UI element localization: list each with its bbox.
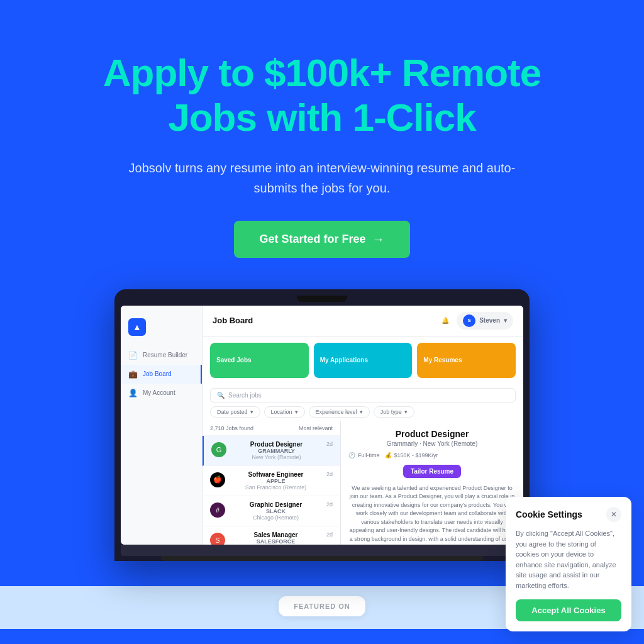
laptop-screen: ▲ 📄 Resume Builder 💼 Job Board 👤 My — [121, 306, 523, 545]
cookie-close-button[interactable]: ✕ — [606, 507, 621, 522]
sidebar-item-job-board[interactable]: 💼 Job Board — [121, 365, 202, 384]
filter-date[interactable]: Date posted ▾ — [210, 406, 260, 418]
jobs-count: 2,718 Jobs found — [210, 425, 253, 431]
app-main: Job Board 🔔 S Steven ▾ — [203, 306, 523, 545]
cta-arrow-icon: → — [372, 232, 385, 247]
search-placeholder: Search jobs — [228, 392, 262, 399]
laptop-body: ▲ 📄 Resume Builder 💼 Job Board 👤 My — [114, 289, 530, 561]
user-name: Steven — [479, 317, 500, 324]
job-info-3: Sales Manager SALESFORCE Austin (Remote) — [230, 531, 321, 545]
filter-date-label: Date posted — [217, 409, 248, 415]
jobs-list: 2,718 Jobs found Most relevant G Product… — [203, 421, 341, 545]
detail-tags: 🕐 Full-time 💰 $150K - $199K/yr — [348, 452, 516, 458]
filter-experience[interactable]: Experience level ▾ — [309, 406, 370, 418]
featured-label: FEATURED ON — [294, 602, 350, 610]
detail-tag-fulltime: Full-time — [358, 452, 380, 458]
saved-jobs-label: Saved Jobs — [216, 357, 252, 364]
fulltime-icon: 🕐 — [348, 452, 355, 458]
cta-button[interactable]: Get Started for Free → — [234, 221, 409, 258]
job-icon-grammarly: G — [211, 442, 226, 457]
filter-jobtype-label: Job type — [380, 409, 402, 415]
filter-jobtype[interactable]: Job type ▾ — [374, 406, 414, 418]
accept-cookies-button[interactable]: Accept All Cookies — [516, 599, 621, 621]
close-icon: ✕ — [611, 510, 617, 519]
job-row-0[interactable]: G Product Designer GRAMMARLY New York (R… — [203, 436, 340, 466]
detail-title: Product Designer — [348, 429, 516, 439]
cookie-banner: Cookie Settings ✕ By clicking "Accept Al… — [506, 497, 631, 631]
my-applications-card[interactable]: My Applications — [314, 343, 413, 378]
job-location-0: New York (Remote) — [231, 454, 321, 460]
resume-icon: 📄 — [128, 351, 138, 360]
filter-chevron-icon: ▾ — [250, 409, 253, 415]
filter-experience-label: Experience level — [316, 409, 357, 415]
laptop-base — [121, 545, 523, 556]
job-row-1[interactable]: 🍎 Software Engineer APPLE San Francisco … — [203, 466, 340, 496]
job-row-3[interactable]: S Sales Manager SALESFORCE Austin (Remot… — [203, 526, 340, 545]
bell-icon: 🔔 — [441, 317, 449, 324]
job-detail-panel: Product Designer Grammarly · New York (R… — [341, 421, 523, 545]
detail-tag-salary-value: $150K - $199K/yr — [394, 452, 438, 458]
job-company-1: APPLE — [230, 478, 321, 484]
filter-jobtype-chevron: ▾ — [404, 409, 408, 415]
job-info-2: Graphic Designer SLACK Chicago (Remote) — [230, 501, 321, 521]
sidebar-label-jobboard: Job Board — [143, 370, 172, 377]
laptop-notch — [297, 296, 347, 302]
job-title-3: Sales Manager — [230, 531, 321, 538]
job-age-0: 2d — [326, 441, 333, 447]
filter-location[interactable]: Location ▾ — [264, 406, 305, 418]
hero-subtitle: Jobsolv turns any resume into an intervi… — [121, 158, 523, 198]
chevron-down-icon: ▾ — [504, 317, 507, 324]
salary-icon: 💰 — [385, 452, 392, 458]
detail-tag-salary: 💰 $150K - $199K/yr — [385, 452, 438, 458]
sidebar-logo: ▲ — [121, 318, 202, 346]
job-age-1: 2d — [326, 471, 333, 477]
jobboard-icon: 💼 — [128, 370, 138, 379]
avatar: S — [463, 314, 475, 327]
job-location-2: Chicago (Remote) — [230, 514, 321, 521]
filter-experience-chevron: ▾ — [360, 409, 363, 415]
user-badge: S Steven ▾ — [457, 312, 513, 330]
job-icon-sales: S — [210, 533, 225, 545]
my-applications-label: My Applications — [320, 357, 368, 364]
laptop-foot — [161, 556, 483, 561]
job-title-0: Product Designer — [231, 441, 321, 448]
job-info-1: Software Engineer APPLE San Francisco (R… — [230, 471, 321, 491]
app-sidebar: ▲ 📄 Resume Builder 💼 Job Board 👤 My — [121, 306, 203, 545]
filters-row: Date posted ▾ Location ▾ Experience leve… — [203, 406, 523, 421]
job-company-3: SALESFORCE — [230, 538, 321, 545]
sidebar-label-account: My Account — [143, 389, 175, 396]
saved-jobs-card[interactable]: Saved Jobs — [210, 343, 309, 378]
my-resumes-card[interactable]: My Resumes — [417, 343, 516, 378]
cookie-text: By clicking "Accept All Cookies", you ag… — [516, 528, 621, 591]
job-location-1: San Francisco (Remote) — [230, 484, 321, 491]
job-info-0: Product Designer GRAMMARLY New York (Rem… — [231, 441, 321, 460]
detail-meta: Grammarly · New York (Remote) — [348, 440, 516, 447]
job-icon-apple: 🍎 — [210, 472, 225, 487]
job-title-1: Software Engineer — [230, 471, 321, 478]
detail-description: We are seeking a talented and experience… — [348, 484, 516, 545]
sort-label: Most relevant — [299, 425, 333, 431]
tailor-resume-button[interactable]: Tailor Resume — [403, 465, 461, 478]
cta-label: Get Started for Free — [259, 233, 365, 246]
jobs-list-header: 2,718 Jobs found Most relevant — [203, 421, 340, 436]
header-right: 🔔 S Steven ▾ — [441, 312, 513, 330]
hero-title: Apply to $100k+ Remote Jobs with 1-Click — [63, 50, 581, 140]
account-icon: 👤 — [128, 389, 138, 397]
detail-tag-type: 🕐 Full-time — [348, 452, 380, 458]
cookie-title: Cookie Settings — [516, 509, 582, 519]
filter-location-chevron: ▾ — [295, 409, 298, 415]
jobs-area: 2,718 Jobs found Most relevant G Product… — [203, 421, 523, 545]
tailor-btn-label: Tailor Resume — [411, 468, 453, 475]
job-row-2[interactable]: # Graphic Designer SLACK Chicago (Remote… — [203, 496, 340, 526]
logo-icon: ▲ — [128, 318, 146, 336]
search-icon: 🔍 — [217, 392, 225, 399]
sidebar-label-resume: Resume Builder — [143, 352, 187, 358]
job-company-2: SLACK — [230, 508, 321, 514]
job-company-0: GRAMMARLY — [231, 448, 321, 454]
search-box[interactable]: 🔍 Search jobs — [210, 388, 516, 402]
sidebar-item-resume-builder[interactable]: 📄 Resume Builder — [121, 346, 202, 365]
app-header: Job Board 🔔 S Steven ▾ — [203, 306, 523, 336]
cookie-header: Cookie Settings ✕ — [516, 507, 621, 522]
job-icon-slack: # — [210, 502, 225, 518]
sidebar-item-my-account[interactable]: 👤 My Account — [121, 384, 202, 402]
